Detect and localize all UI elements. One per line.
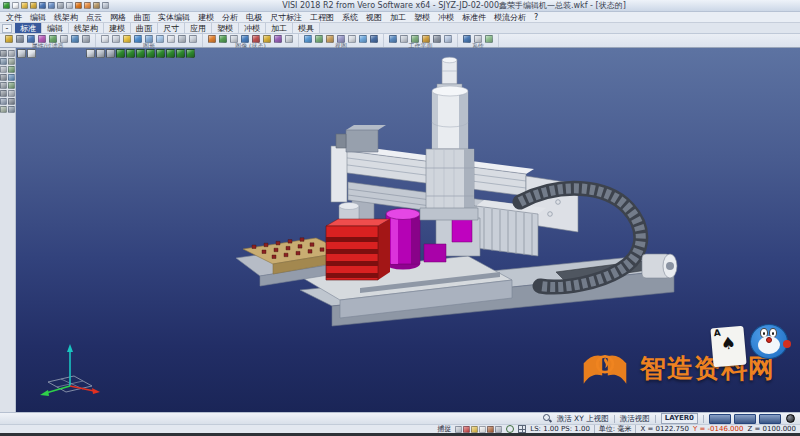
view-manager-icon[interactable]: [359, 35, 367, 43]
side-view-icon[interactable]: [326, 35, 334, 43]
zoom-all-icon[interactable]: [123, 35, 131, 43]
model-end-roller[interactable]: [642, 254, 677, 278]
zoom-window-icon[interactable]: [112, 35, 120, 43]
ribbon-tab[interactable]: 模具: [293, 23, 320, 33]
side-tool-icon[interactable]: [8, 50, 15, 57]
ribbon-tab[interactable]: 曲面: [131, 23, 158, 33]
menu-item[interactable]: 系统: [338, 12, 362, 23]
copy-icon[interactable]: [66, 2, 73, 9]
save-icon[interactable]: [39, 2, 46, 9]
side-tool-icon[interactable]: [8, 98, 15, 105]
model-z-column[interactable]: [420, 57, 478, 220]
collapse-tabs-button[interactable]: -: [2, 24, 12, 33]
menu-item[interactable]: 曲面: [130, 12, 154, 23]
menu-item[interactable]: 实体编辑: [154, 12, 194, 23]
menu-item[interactable]: 模流分析: [490, 12, 530, 23]
ribbon-tab[interactable]: 冲模: [239, 23, 266, 33]
rotate-wcs-icon[interactable]: [506, 425, 514, 433]
background-icon[interactable]: [274, 35, 282, 43]
multi-view-icon[interactable]: [370, 35, 378, 43]
front-view-icon[interactable]: [315, 35, 323, 43]
ribbon-tab[interactable]: 标准: [15, 23, 42, 33]
top-view-icon[interactable]: [304, 35, 312, 43]
save-all-icon[interactable]: [48, 2, 55, 9]
save-view-icon[interactable]: [219, 35, 227, 43]
import-folder-icon[interactable]: [30, 2, 37, 9]
workplane-by-face-icon[interactable]: [400, 35, 408, 43]
pan-icon[interactable]: [134, 35, 142, 43]
menu-item[interactable]: 网格: [106, 12, 130, 23]
snap-yellow-icon[interactable]: [471, 426, 478, 433]
snap-white-icon[interactable]: [479, 426, 486, 433]
side-tool-icon[interactable]: [8, 82, 15, 89]
side-tool-icon[interactable]: [0, 90, 7, 97]
menu-item[interactable]: 编辑: [26, 12, 50, 23]
side-tool-icon[interactable]: [0, 82, 7, 89]
side-tool-icon[interactable]: [8, 58, 15, 65]
view-preset-button[interactable]: [709, 414, 731, 424]
info-icon[interactable]: [82, 35, 90, 43]
undo-icon[interactable]: [75, 2, 82, 9]
wireframe-icon[interactable]: [167, 35, 175, 43]
side-tool-icon[interactable]: [0, 66, 7, 73]
side-tool-icon[interactable]: [0, 50, 7, 57]
snap-point-icon[interactable]: [455, 426, 462, 433]
redo-icon[interactable]: [84, 2, 91, 9]
side-tool-icon[interactable]: [0, 58, 7, 65]
side-tool-icon[interactable]: [8, 90, 15, 97]
redraw-icon[interactable]: [101, 35, 109, 43]
ribbon-tab[interactable]: 线架构: [69, 23, 104, 33]
ribbon-tab[interactable]: 建模: [104, 23, 131, 33]
side-tool-icon[interactable]: [8, 106, 15, 113]
model-red-coil[interactable]: [326, 203, 390, 281]
viewport-3d[interactable]: 智造资料网 A ♠: [16, 48, 800, 412]
snap-red-icon[interactable]: [463, 426, 470, 433]
app-logo-icon[interactable]: [3, 2, 10, 9]
line-style-icon[interactable]: [16, 35, 24, 43]
side-tool-icon[interactable]: [8, 74, 15, 81]
menu-item[interactable]: 尺寸标注: [266, 12, 306, 23]
ribbon-tab[interactable]: 编辑: [42, 23, 69, 33]
magnifier-icon[interactable]: [543, 414, 552, 423]
open-folder-icon[interactable]: [21, 2, 28, 9]
view-preset-button[interactable]: [734, 414, 756, 424]
side-tool-icon[interactable]: [0, 106, 7, 113]
menu-item[interactable]: 建模: [194, 12, 218, 23]
menu-item[interactable]: 点云: [82, 12, 106, 23]
view-state-icon[interactable]: [208, 35, 216, 43]
menu-item[interactable]: 电极: [242, 12, 266, 23]
workplane-origin-icon[interactable]: [433, 35, 441, 43]
workplane-reset-icon[interactable]: [444, 35, 452, 43]
view-label[interactable]: 激活视图: [620, 414, 650, 424]
grid-icon[interactable]: [518, 425, 526, 433]
ribbon-tab[interactable]: 加工: [266, 23, 293, 33]
render-mode-sphere-icon[interactable]: [786, 414, 795, 423]
new-file-icon[interactable]: [12, 2, 19, 9]
menu-item[interactable]: 塑模: [410, 12, 434, 23]
side-tool-icon[interactable]: [8, 66, 15, 73]
snap-gray-icon[interactable]: [495, 426, 502, 433]
attribute-brush-icon[interactable]: [71, 35, 79, 43]
side-tool-icon[interactable]: [0, 98, 7, 105]
menu-item[interactable]: 加工: [386, 12, 410, 23]
side-tool-icon[interactable]: [0, 74, 7, 81]
snap-brown-icon[interactable]: [487, 426, 494, 433]
ribbon-tab[interactable]: 尺寸: [158, 23, 185, 33]
qat-dropdown-icon[interactable]: [102, 2, 109, 9]
color-attribute-icon[interactable]: [5, 35, 13, 43]
menu-item[interactable]: 冲模: [434, 12, 458, 23]
menu-item[interactable]: ?: [530, 12, 542, 23]
menu-item[interactable]: 标准件: [458, 12, 490, 23]
named-view-icon[interactable]: [348, 35, 356, 43]
menu-item[interactable]: 线架构: [50, 12, 82, 23]
layer-indicator[interactable]: LAYER0: [661, 413, 698, 424]
hidden-line-icon[interactable]: [178, 35, 186, 43]
macro-icon[interactable]: [485, 35, 493, 43]
menu-item[interactable]: 工程图: [306, 12, 338, 23]
perspective-icon[interactable]: [189, 35, 197, 43]
print-icon[interactable]: [57, 2, 64, 9]
menu-item[interactable]: 文件: [2, 12, 26, 23]
snapshot-icon[interactable]: [285, 35, 293, 43]
ribbon-tab[interactable]: 塑模: [212, 23, 239, 33]
system-settings-icon[interactable]: [463, 35, 471, 43]
